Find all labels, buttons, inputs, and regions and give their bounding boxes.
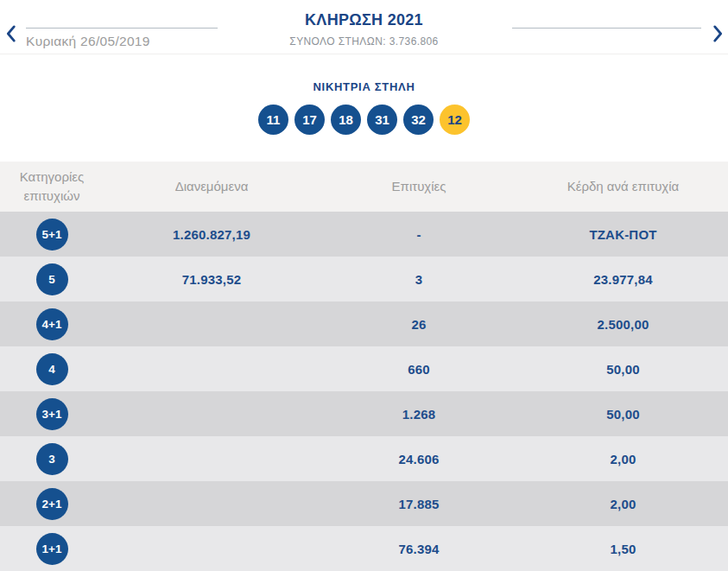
category-badge: 4 xyxy=(36,353,68,385)
prize-value: 50,00 xyxy=(518,362,728,377)
column-header-distributed: Διανεμόμενα xyxy=(104,177,320,196)
winning-column-title: ΝΙΚΗΤΡΙΑ ΣΤΗΛΗ xyxy=(0,80,728,93)
distributed-value: 1.260.827,19 xyxy=(104,227,320,242)
winners-value: 26 xyxy=(320,317,518,332)
chevron-left-icon xyxy=(5,25,16,42)
column-header-categories: Κατηγορίες επιτυχιών xyxy=(0,168,104,206)
draw-date: Κυριακή 26/05/2019 xyxy=(26,34,218,49)
main-number-balls: 11 17 18 31 32 xyxy=(258,105,434,135)
prize-value: 2,00 xyxy=(518,497,728,511)
previous-draw-button[interactable] xyxy=(1,22,20,45)
category-badge: 1+1 xyxy=(36,533,68,565)
distributed-value: 71.933,52 xyxy=(104,272,320,287)
divider-left xyxy=(26,28,218,29)
winners-value: 1.268 xyxy=(320,407,518,422)
prize-value: ΤΖΑΚ-ΠΟΤ xyxy=(518,227,728,242)
current-draw-date-block: Κυριακή 26/05/2019 xyxy=(26,28,218,49)
winning-number-ball: 18 xyxy=(331,105,361,135)
winning-number-ball: 11 xyxy=(258,105,288,135)
prize-value: 2,00 xyxy=(518,452,728,466)
category-badge: 5+1 xyxy=(36,219,68,251)
table-row: 4+1 26 2.500,00 xyxy=(0,301,728,346)
joker-number-ball: 12 xyxy=(440,105,470,135)
category-badge: 3+1 xyxy=(36,398,68,430)
category-badge: 2+1 xyxy=(36,488,68,520)
category-cell: 4+1 xyxy=(0,308,104,340)
prize-value: 2.500,00 xyxy=(518,317,728,332)
column-header-prize: Κέρδη ανά επιτυχία xyxy=(518,177,728,196)
category-cell: 5+1 xyxy=(0,219,104,251)
winners-value: 76.394 xyxy=(320,542,518,556)
prize-value: 50,00 xyxy=(518,407,728,422)
category-badge: 3 xyxy=(36,443,68,475)
divider-right xyxy=(512,28,701,29)
category-cell: 4 xyxy=(0,353,104,385)
category-cell: 5 xyxy=(0,263,104,295)
winners-value: 24.606 xyxy=(320,452,518,466)
table-header-row: Κατηγορίες επιτυχιών Διανεμόμενα Επιτυχί… xyxy=(0,162,728,212)
category-cell: 3 xyxy=(0,443,104,475)
table-row: 2+1 17.885 2,00 xyxy=(0,481,728,526)
prize-results-table: Κατηγορίες επιτυχιών Διανεμόμενα Επιτυχί… xyxy=(0,162,728,571)
category-badge: 5 xyxy=(36,263,68,295)
draw-header: Κυριακή 26/05/2019 ΚΛΗΡΩΣΗ 2021 ΣΥΝΟΛΟ Σ… xyxy=(0,0,728,54)
winning-number-ball: 17 xyxy=(294,105,325,135)
winners-value: 660 xyxy=(320,362,518,377)
column-header-winners: Επιτυχίες xyxy=(320,177,518,196)
draw-title: ΚΛΗΡΩΣΗ 2021 xyxy=(0,11,728,29)
category-cell: 2+1 xyxy=(0,488,104,520)
table-row: 5+1 1.260.827,19 - ΤΖΑΚ-ΠΟΤ xyxy=(0,212,728,257)
chevron-right-icon xyxy=(712,25,724,42)
prize-value: 23.977,84 xyxy=(518,272,728,287)
category-cell: 3+1 xyxy=(0,398,104,430)
category-cell: 1+1 xyxy=(0,533,104,565)
table-row: 4 660 50,00 xyxy=(0,346,728,391)
winning-number-ball: 31 xyxy=(367,105,397,135)
table-row: 1+1 76.394 1,50 xyxy=(0,526,728,571)
winning-column-section: ΝΙΚΗΤΡΙΑ ΣΤΗΛΗ 11 17 18 31 32 12 xyxy=(0,54,728,135)
table-row: 3+1 1.268 50,00 xyxy=(0,391,728,436)
table-row: 3 24.606 2,00 xyxy=(0,436,728,481)
category-badge: 4+1 xyxy=(36,308,68,340)
next-draw-button[interactable] xyxy=(708,22,727,45)
winning-number-ball: 32 xyxy=(403,105,434,135)
prize-value: 1,50 xyxy=(518,542,728,556)
winners-value: 17.885 xyxy=(320,497,518,511)
results-table-body: 5+1 1.260.827,19 - ΤΖΑΚ-ΠΟΤ 5 71.933,52 … xyxy=(0,212,728,571)
winning-numbers: 11 17 18 31 32 12 xyxy=(0,105,728,135)
joker-draw-results-page: Κυριακή 26/05/2019 ΚΛΗΡΩΣΗ 2021 ΣΥΝΟΛΟ Σ… xyxy=(0,0,728,571)
winners-value: 3 xyxy=(320,272,518,287)
winners-value: - xyxy=(320,227,518,242)
table-row: 5 71.933,52 3 23.977,84 xyxy=(0,257,728,301)
